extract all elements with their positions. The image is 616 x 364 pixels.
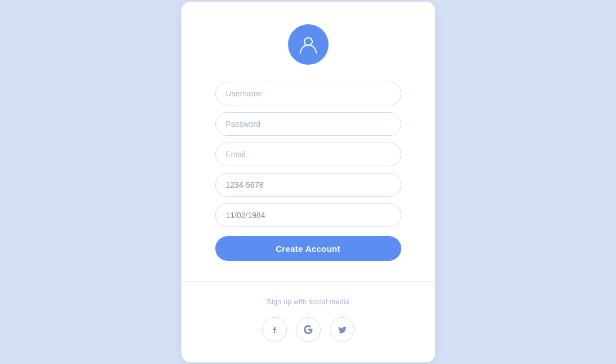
create-account-button[interactable]: Create Account <box>215 236 401 261</box>
dob-input[interactable] <box>215 203 401 227</box>
email-input[interactable] <box>215 143 401 166</box>
registration-card: Create Account Sign up with social media <box>181 2 435 362</box>
form-fields: Create Account <box>215 82 401 261</box>
phone-input[interactable] <box>215 173 401 197</box>
avatar <box>288 24 329 65</box>
card-top-section: Create Account <box>181 2 435 281</box>
card-bottom-section: Sign up with social media <box>181 282 435 362</box>
facebook-icon <box>269 325 280 335</box>
google-button[interactable] <box>296 317 321 342</box>
username-input[interactable] <box>215 82 401 105</box>
google-icon <box>303 325 313 335</box>
facebook-button[interactable] <box>262 317 287 342</box>
twitter-button[interactable] <box>330 317 354 342</box>
social-icons-group <box>262 317 354 342</box>
social-label: Sign up with social media <box>267 298 349 306</box>
user-icon <box>298 34 319 55</box>
twitter-icon <box>337 325 347 335</box>
password-input[interactable] <box>215 112 401 136</box>
svg-point-0 <box>304 38 312 46</box>
